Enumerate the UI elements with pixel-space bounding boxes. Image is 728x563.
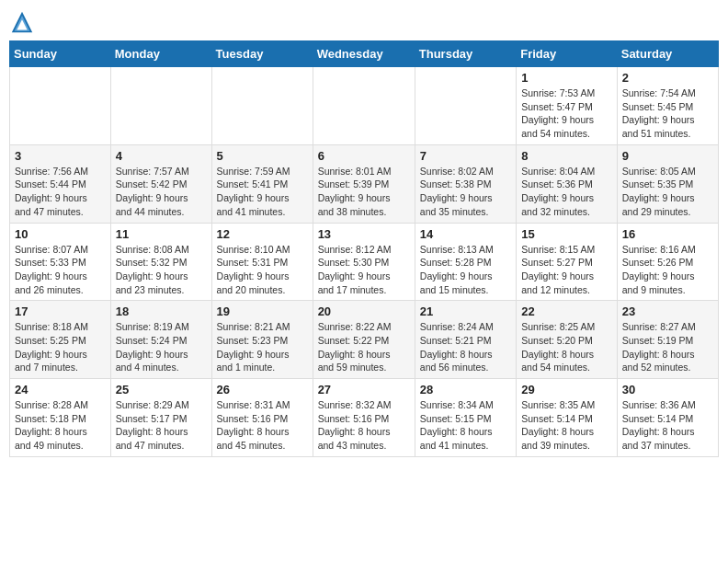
day-number: 4 (116, 149, 207, 163)
calendar-cell: 26Sunrise: 8:31 AM Sunset: 5:16 PM Dayli… (211, 379, 313, 457)
day-number: 16 (622, 227, 713, 241)
day-info: Sunrise: 8:22 AM Sunset: 5:22 PM Dayligh… (318, 320, 410, 374)
day-info: Sunrise: 8:35 AM Sunset: 5:14 PM Dayligh… (521, 398, 612, 453)
calendar-cell: 11Sunrise: 8:08 AM Sunset: 5:32 PM Dayli… (110, 223, 211, 301)
day-number: 2 (622, 71, 713, 85)
weekday-header: Monday (110, 41, 211, 67)
day-info: Sunrise: 7:59 AM Sunset: 5:41 PM Dayligh… (217, 165, 308, 219)
calendar-cell: 1Sunrise: 7:53 AM Sunset: 5:47 PM Daylig… (517, 67, 618, 145)
calendar-cell: 13Sunrise: 8:12 AM Sunset: 5:30 PM Dayli… (313, 223, 415, 301)
calendar-cell: 10Sunrise: 8:07 AM Sunset: 5:33 PM Dayli… (10, 223, 111, 301)
day-info: Sunrise: 8:21 AM Sunset: 5:23 PM Dayligh… (217, 320, 308, 374)
day-info: Sunrise: 8:08 AM Sunset: 5:32 PM Dayligh… (116, 243, 207, 297)
calendar-cell: 6Sunrise: 8:01 AM Sunset: 5:39 PM Daylig… (313, 144, 415, 223)
day-info: Sunrise: 8:25 AM Sunset: 5:20 PM Dayligh… (521, 320, 612, 374)
calendar-cell: 3Sunrise: 7:56 AM Sunset: 5:44 PM Daylig… (10, 144, 111, 223)
calendar-cell: 7Sunrise: 8:02 AM Sunset: 5:38 PM Daylig… (415, 144, 516, 223)
day-number: 27 (318, 383, 410, 396)
day-info: Sunrise: 8:18 AM Sunset: 5:25 PM Dayligh… (15, 320, 106, 374)
calendar-cell: 8Sunrise: 8:04 AM Sunset: 5:36 PM Daylig… (517, 144, 618, 223)
day-number: 17 (15, 304, 106, 318)
calendar-cell (110, 67, 211, 145)
day-number: 15 (521, 227, 612, 241)
day-info: Sunrise: 8:15 AM Sunset: 5:27 PM Dayligh… (521, 243, 612, 297)
day-info: Sunrise: 8:19 AM Sunset: 5:24 PM Dayligh… (116, 320, 207, 374)
calendar-cell: 27Sunrise: 8:32 AM Sunset: 5:16 PM Dayli… (313, 379, 415, 457)
weekday-header: Saturday (617, 41, 718, 67)
day-info: Sunrise: 8:34 AM Sunset: 5:15 PM Dayligh… (420, 398, 511, 453)
day-number: 25 (116, 383, 207, 396)
day-info: Sunrise: 8:27 AM Sunset: 5:19 PM Dayligh… (622, 320, 713, 374)
day-info: Sunrise: 8:02 AM Sunset: 5:38 PM Dayligh… (420, 165, 511, 219)
day-number: 20 (318, 304, 410, 318)
day-info: Sunrise: 8:05 AM Sunset: 5:35 PM Dayligh… (622, 165, 713, 219)
day-info: Sunrise: 8:29 AM Sunset: 5:17 PM Dayligh… (116, 398, 207, 453)
calendar-cell (415, 67, 516, 145)
day-number: 7 (420, 149, 511, 163)
day-info: Sunrise: 7:54 AM Sunset: 5:45 PM Dayligh… (622, 86, 713, 141)
day-info: Sunrise: 8:24 AM Sunset: 5:21 PM Dayligh… (420, 320, 511, 374)
calendar-cell: 20Sunrise: 8:22 AM Sunset: 5:22 PM Dayli… (313, 301, 415, 379)
day-number: 28 (420, 383, 511, 396)
calendar-cell: 30Sunrise: 8:36 AM Sunset: 5:14 PM Dayli… (617, 379, 718, 457)
weekday-header: Friday (517, 41, 618, 67)
calendar: SundayMondayTuesdayWednesdayThursdayFrid… (9, 40, 719, 457)
day-number: 23 (622, 304, 713, 318)
day-number: 30 (622, 383, 713, 396)
logo-icon (9, 9, 35, 35)
calendar-cell (10, 67, 111, 145)
day-number: 1 (521, 71, 612, 85)
day-info: Sunrise: 8:32 AM Sunset: 5:16 PM Dayligh… (318, 398, 410, 453)
calendar-cell: 4Sunrise: 7:57 AM Sunset: 5:42 PM Daylig… (110, 144, 211, 223)
calendar-week-row: 10Sunrise: 8:07 AM Sunset: 5:33 PM Dayli… (10, 223, 719, 301)
calendar-cell: 18Sunrise: 8:19 AM Sunset: 5:24 PM Dayli… (110, 301, 211, 379)
day-info: Sunrise: 8:04 AM Sunset: 5:36 PM Dayligh… (521, 165, 612, 219)
calendar-body: 1Sunrise: 7:53 AM Sunset: 5:47 PM Daylig… (10, 67, 719, 457)
calendar-cell: 29Sunrise: 8:35 AM Sunset: 5:14 PM Dayli… (517, 379, 618, 457)
day-info: Sunrise: 8:07 AM Sunset: 5:33 PM Dayligh… (15, 243, 106, 297)
day-number: 24 (15, 383, 106, 396)
weekday-header: Wednesday (313, 41, 415, 67)
calendar-cell: 23Sunrise: 8:27 AM Sunset: 5:19 PM Dayli… (617, 301, 718, 379)
calendar-cell (313, 67, 415, 145)
calendar-header-row: SundayMondayTuesdayWednesdayThursdayFrid… (10, 41, 719, 67)
day-info: Sunrise: 8:28 AM Sunset: 5:18 PM Dayligh… (15, 398, 106, 453)
day-number: 14 (420, 227, 511, 241)
page-header (9, 9, 719, 35)
day-number: 21 (420, 304, 511, 318)
day-number: 26 (217, 383, 308, 396)
calendar-cell: 22Sunrise: 8:25 AM Sunset: 5:20 PM Dayli… (517, 301, 618, 379)
calendar-cell: 17Sunrise: 8:18 AM Sunset: 5:25 PM Dayli… (10, 301, 111, 379)
day-info: Sunrise: 7:57 AM Sunset: 5:42 PM Dayligh… (116, 165, 207, 219)
day-number: 3 (15, 149, 106, 163)
day-info: Sunrise: 8:10 AM Sunset: 5:31 PM Dayligh… (217, 243, 308, 297)
day-number: 8 (521, 149, 612, 163)
day-number: 12 (217, 227, 308, 241)
calendar-cell: 16Sunrise: 8:16 AM Sunset: 5:26 PM Dayli… (617, 223, 718, 301)
day-number: 10 (15, 227, 106, 241)
calendar-cell: 5Sunrise: 7:59 AM Sunset: 5:41 PM Daylig… (211, 144, 313, 223)
day-number: 29 (521, 383, 612, 396)
day-number: 11 (116, 227, 207, 241)
calendar-cell: 19Sunrise: 8:21 AM Sunset: 5:23 PM Dayli… (211, 301, 313, 379)
day-number: 13 (318, 227, 410, 241)
day-number: 19 (217, 304, 308, 318)
day-number: 22 (521, 304, 612, 318)
day-info: Sunrise: 8:16 AM Sunset: 5:26 PM Dayligh… (622, 243, 713, 297)
calendar-cell: 2Sunrise: 7:54 AM Sunset: 5:45 PM Daylig… (617, 67, 718, 145)
day-number: 9 (622, 149, 713, 163)
day-info: Sunrise: 8:12 AM Sunset: 5:30 PM Dayligh… (318, 243, 410, 297)
calendar-week-row: 24Sunrise: 8:28 AM Sunset: 5:18 PM Dayli… (10, 379, 719, 457)
calendar-cell (211, 67, 313, 145)
calendar-week-row: 3Sunrise: 7:56 AM Sunset: 5:44 PM Daylig… (10, 144, 719, 223)
calendar-cell: 9Sunrise: 8:05 AM Sunset: 5:35 PM Daylig… (617, 144, 718, 223)
day-info: Sunrise: 7:56 AM Sunset: 5:44 PM Dayligh… (15, 165, 106, 219)
day-info: Sunrise: 8:31 AM Sunset: 5:16 PM Dayligh… (217, 398, 308, 453)
calendar-cell: 24Sunrise: 8:28 AM Sunset: 5:18 PM Dayli… (10, 379, 111, 457)
weekday-header: Tuesday (211, 41, 313, 67)
calendar-cell: 15Sunrise: 8:15 AM Sunset: 5:27 PM Dayli… (517, 223, 618, 301)
calendar-cell: 28Sunrise: 8:34 AM Sunset: 5:15 PM Dayli… (415, 379, 516, 457)
calendar-cell: 14Sunrise: 8:13 AM Sunset: 5:28 PM Dayli… (415, 223, 516, 301)
day-info: Sunrise: 8:13 AM Sunset: 5:28 PM Dayligh… (420, 243, 511, 297)
day-number: 5 (217, 149, 308, 163)
